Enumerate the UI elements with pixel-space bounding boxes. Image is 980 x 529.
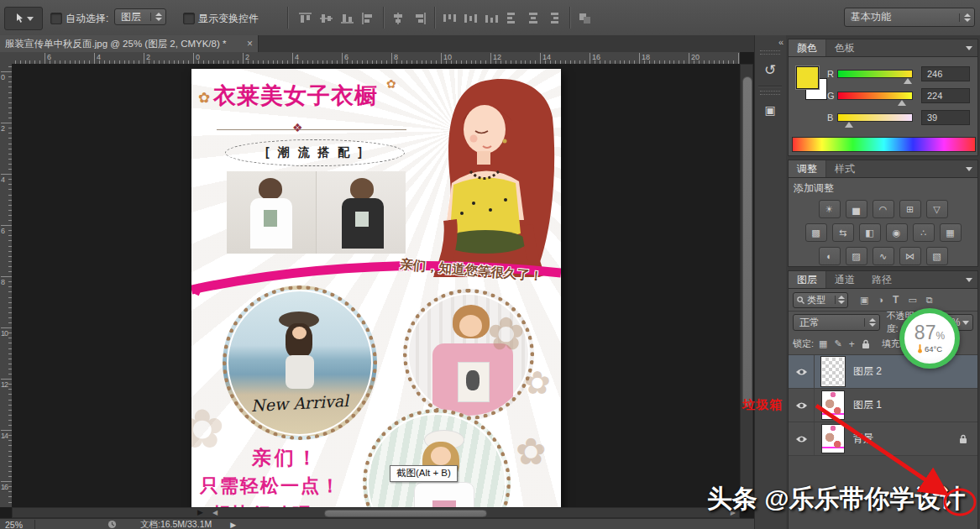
exposure-icon[interactable]: ⊞ xyxy=(899,200,921,218)
threshold-icon[interactable]: ∿ xyxy=(873,247,894,265)
expand-panels-icon[interactable]: « xyxy=(778,37,782,47)
channel-value-g[interactable]: 224 xyxy=(921,88,970,103)
color-balance-icon[interactable]: ⇆ xyxy=(832,223,854,242)
distribute-bottom-edges-icon[interactable] xyxy=(485,12,499,24)
tab-paths[interactable]: 路径 xyxy=(863,271,900,288)
search-icon xyxy=(797,296,804,304)
channel-mixer-icon[interactable]: ∴ xyxy=(913,223,935,242)
gradient-map-icon[interactable]: ▧ xyxy=(926,247,948,265)
tab-layers[interactable]: 图层 xyxy=(789,271,826,288)
tool-preset-picker[interactable] xyxy=(4,7,43,30)
align-left-edges-icon[interactable] xyxy=(361,12,375,24)
watermark-handle: @乐乐带你学设计 xyxy=(764,484,965,512)
thermometer-icon xyxy=(917,344,923,354)
tab-channels[interactable]: 通道 xyxy=(826,271,863,288)
history-panel-icon[interactable]: ↺ xyxy=(759,57,781,82)
align-vertical-centers-icon[interactable] xyxy=(319,12,333,24)
slider-thumb[interactable] xyxy=(845,122,853,128)
filter-adjustment-layers-icon[interactable]: ◑ xyxy=(878,295,883,305)
auto-select-mode-dropdown[interactable]: 图层 xyxy=(114,8,166,25)
foreground-color-swatch[interactable] xyxy=(796,66,819,89)
panel-menu-icon[interactable] xyxy=(966,39,977,56)
channel-value-r[interactable]: 246 xyxy=(921,66,970,81)
dock-grip xyxy=(760,91,780,95)
horizontal-scrollbar-thumb[interactable] xyxy=(324,510,487,517)
canvas-viewport: ✿ 衣莱美女子衣橱 ✿ ❖ [ 潮 流 搭 配 ] xyxy=(12,64,740,507)
channel-value-b[interactable]: 39 xyxy=(921,110,970,125)
show-transform-checkbox[interactable] xyxy=(183,13,195,24)
color-lookup-icon[interactable]: ▦ xyxy=(940,223,962,242)
vertical-scrollbar-thumb[interactable] xyxy=(742,76,752,407)
layer-thumbnail[interactable] xyxy=(821,357,845,386)
auto-select-checkbox[interactable] xyxy=(50,13,62,24)
tab-color[interactable]: 颜色 xyxy=(789,39,826,56)
distribute-top-edges-icon[interactable] xyxy=(443,12,457,24)
align-top-edges-icon[interactable] xyxy=(298,12,312,24)
layer-filter-dropdown[interactable]: 类型 xyxy=(793,292,848,308)
distribute-horizontal-centers-icon[interactable] xyxy=(527,12,541,24)
levels-icon[interactable]: ▅ xyxy=(846,200,867,218)
filter-smart-objects-icon[interactable]: ⧉ xyxy=(926,295,933,306)
slider-thumb[interactable] xyxy=(904,78,912,84)
channel-slider-g[interactable] xyxy=(837,92,913,100)
horizontal-scrollbar[interactable]: ▶ ◀ ▶ xyxy=(12,507,740,518)
hue-saturation-icon[interactable]: ▩ xyxy=(805,223,827,242)
tab-adjustments[interactable]: 调整 xyxy=(789,160,826,177)
tab-swatches[interactable]: 色板 xyxy=(826,39,863,56)
flower-ornament-icon: ✿ xyxy=(386,77,396,91)
workspace-switcher[interactable]: 基本功能 xyxy=(844,8,975,27)
document-tab[interactable]: 服装宣传单中秋反面.jpg @ 25% (图层 2, CMYK/8) * × xyxy=(0,35,259,52)
photo-filter-icon[interactable]: ◉ xyxy=(886,223,908,242)
filter-type-layers-icon[interactable]: T xyxy=(893,294,899,306)
layer-thumbnail[interactable] xyxy=(821,424,845,453)
channel-slider-b[interactable] xyxy=(837,113,913,122)
brightness-contrast-icon[interactable]: ☀ xyxy=(819,200,841,218)
layer-row-layer1[interactable]: 图层 1 xyxy=(789,389,977,422)
distribute-vertical-centers-icon[interactable] xyxy=(464,12,478,24)
posterize-icon[interactable]: ▨ xyxy=(846,247,867,265)
color-spectrum-ramp[interactable] xyxy=(792,137,976,152)
layer-thumbnail[interactable] xyxy=(821,390,845,420)
invert-icon[interactable]: ◐ xyxy=(819,247,841,265)
canvas-flyout-arrow-icon[interactable]: ▶ xyxy=(197,508,203,516)
blend-mode-dropdown[interactable]: 正常 xyxy=(793,314,880,331)
visibility-toggle[interactable] xyxy=(789,389,815,422)
lock-pixels-icon[interactable]: ✎ xyxy=(834,338,841,349)
align-horizontal-centers-icon[interactable] xyxy=(391,12,406,24)
properties-panel-icon[interactable]: ▣ xyxy=(759,97,781,123)
lock-all-icon[interactable] xyxy=(862,339,870,349)
close-tab-icon[interactable]: × xyxy=(247,38,253,50)
channel-slider-r[interactable] xyxy=(837,70,913,78)
vertical-scrollbar[interactable] xyxy=(740,64,753,507)
slider-thumb[interactable] xyxy=(898,100,906,106)
status-flyout-arrow-icon[interactable]: ▶ xyxy=(230,521,236,529)
layer-name: 图层 2 xyxy=(853,364,882,379)
align-right-edges-icon[interactable] xyxy=(412,12,427,24)
distribute-left-edges-icon[interactable] xyxy=(506,12,520,24)
lock-position-icon[interactable]: + xyxy=(849,338,855,350)
filter-pixel-layers-icon[interactable]: ▣ xyxy=(860,295,868,306)
lock-transparency-icon[interactable]: ▦ xyxy=(819,338,827,349)
vibrance-icon[interactable]: ▽ xyxy=(926,200,948,218)
document-canvas[interactable]: ✿ 衣莱美女子衣橱 ✿ ❖ [ 潮 流 搭 配 ] xyxy=(191,69,561,507)
align-bottom-edges-icon[interactable] xyxy=(340,12,354,24)
scroll-left-arrow-icon[interactable]: ◀ xyxy=(212,509,217,516)
panel-menu-icon[interactable] xyxy=(966,271,977,288)
black-white-icon[interactable]: ◧ xyxy=(859,223,881,242)
tab-styles[interactable]: 样式 xyxy=(826,160,863,177)
filter-shape-layers-icon[interactable]: ▭ xyxy=(908,295,916,306)
distribute-right-edges-icon[interactable] xyxy=(548,12,562,24)
zoom-level-field[interactable]: 25% xyxy=(5,520,23,529)
visibility-toggle[interactable] xyxy=(789,422,815,455)
visibility-toggle[interactable] xyxy=(789,355,815,388)
panel-menu-icon[interactable] xyxy=(966,160,977,177)
align-buttons-group xyxy=(280,7,595,29)
layer-row-background[interactable]: 背景 xyxy=(789,422,977,456)
auto-align-layers-icon[interactable] xyxy=(578,12,592,24)
collapsed-panel-dock: « ↺ ▣ xyxy=(754,35,787,529)
curves-icon[interactable]: ◠ xyxy=(873,200,894,218)
ruler-corner[interactable] xyxy=(0,52,13,65)
adjustment-icons-row1: ☀ ▅ ◠ ⊞ ▽ xyxy=(789,197,977,221)
selective-color-icon[interactable]: ⋈ xyxy=(899,247,921,265)
rose-ornament-icon: ✿ xyxy=(487,307,525,360)
